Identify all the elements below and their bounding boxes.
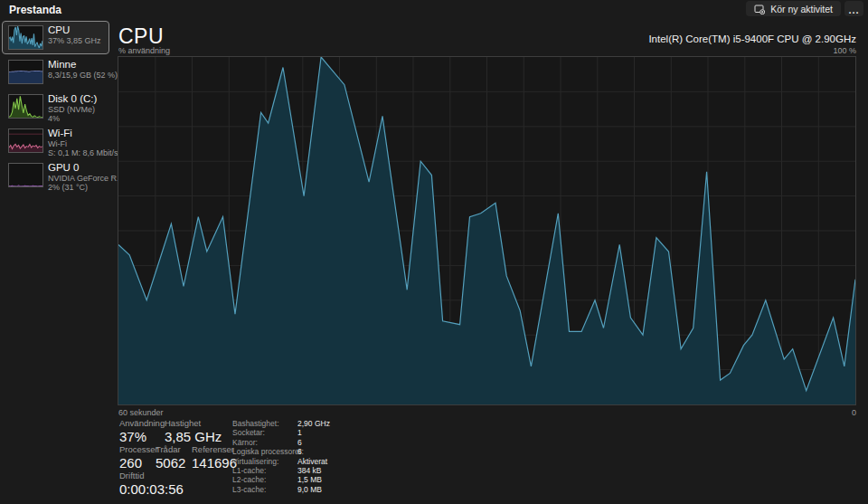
stat-value: 260 [119,455,158,471]
stat-label: Drifttid [119,471,184,480]
detail-value: 1,5 MB [297,475,330,484]
run-new-task-label: Kör ny aktivitet [770,4,833,14]
cpu-usage-chart [118,56,856,405]
detail-label: Socketar: [232,428,297,437]
sidebar-item-cpu[interactable]: CPU 37% 3,85 GHz [2,21,109,54]
stat-label: Processer [119,444,158,454]
stat-handles: Referenser 141696 [192,444,237,471]
sidebar-item-stats: SSD (NVMe) [48,105,97,114]
stat-value: 3,85 GHz [165,429,222,444]
ellipsis-icon: ... [848,5,859,15]
cpu-usage-area-plot [118,57,855,404]
x-axis-left-label: 60 sekunder [118,408,164,417]
stat-speed: Hastighet 3,85 GHz [165,418,222,444]
stat-label: Användning [119,418,165,428]
stat-processes: Processer 260 [119,444,158,471]
sidebar-item-gpu[interactable]: GPU 0 NVIDIA GeForce R... 2% (31 °C) [2,158,109,192]
stat-label: Referenser [192,444,237,454]
detail-value: 384 kB [297,466,330,475]
sidebar-item-stats: S: 0,1 M: 8,6 Mbit/s [48,148,108,157]
sidebar-item-stats: Wi-Fi [48,139,108,148]
detail-label: L3-cache: [232,485,297,494]
stat-utilization: Användning 37% [119,418,165,444]
sidebar-item-memory[interactable]: Minne 8,3/15,9 GB (52 %) [2,55,109,89]
detail-label: Bashastighet: [232,419,297,428]
detail-value: 2,90 GHz [297,419,330,428]
run-new-task-button[interactable]: Kör ny aktivitet [746,1,841,16]
detail-label: Kärnor: [232,438,297,447]
detail-value: 9,0 MB [297,485,330,494]
stat-label: Hastighet [165,418,222,428]
disk-mini-chart [8,94,43,119]
cpu-details-panel: Bashastighet: 2,90 GHz Socketar: 1 Kärno… [232,419,330,494]
stat-uptime: Drifttid 0:00:03:56 [119,471,184,497]
sidebar: CPU 37% 3,85 GHz Minne 8,3/15,9 GB (52 %… [2,21,109,193]
detail-label: L1-cache: [232,466,297,475]
cpu-page-title: CPU [118,24,164,49]
x-axis-right-label: 0 [852,408,856,417]
sidebar-item-wifi[interactable]: Wi-Fi Wi-Fi S: 0,1 M: 8,6 Mbit/s [2,124,109,157]
detail-label: L2-cache: [232,475,297,484]
cpu-mini-chart [8,25,43,50]
stat-label: Trådar [156,444,185,454]
y-axis-label: % användning [118,46,170,55]
sidebar-item-stats: NVIDIA GeForce R... [48,174,108,183]
stat-value: 141696 [192,455,237,471]
sidebar-item-label: Disk 0 (C:) [48,93,97,105]
detail-value: Aktiverat [297,457,330,466]
wifi-mini-chart [8,128,43,153]
cpu-model-name: Intel(R) Core(TM) i5-9400F CPU @ 2.90GHz [648,33,856,44]
y-axis-max-label: 100 % [833,46,856,55]
detail-value: 6 [297,438,330,447]
detail-value: 1 [297,428,330,437]
sidebar-item-label: GPU 0 [48,162,108,174]
detail-label: Virtualisering: [232,457,297,466]
stat-value: 0:00:03:56 [119,481,184,497]
sidebar-item-label: Minne [48,59,108,71]
run-new-task-icon [754,4,765,14]
stat-threads: Trådar 5062 [156,444,185,471]
detail-value: 6 [297,447,330,456]
sidebar-item-label: CPU [48,24,101,36]
page-title: Prestanda [9,4,61,16]
memory-mini-chart [8,60,43,84]
sidebar-item-disk[interactable]: Disk 0 (C:) SSD (NVMe) 4% [2,90,109,123]
sidebar-item-stats: 8,3/15,9 GB (52 %) [48,71,108,80]
sidebar-item-stats: 4% [48,114,97,123]
sidebar-item-label: Wi-Fi [48,128,108,139]
gpu-mini-chart [8,163,43,187]
more-options-button[interactable]: ... [844,1,863,16]
sidebar-item-stats: 37% 3,85 GHz [48,36,101,45]
detail-label: Logiska processorer: [232,447,297,456]
stat-value: 5062 [156,455,185,471]
sidebar-item-stats: 2% (31 °C) [48,183,108,192]
stat-value: 37% [119,429,165,444]
